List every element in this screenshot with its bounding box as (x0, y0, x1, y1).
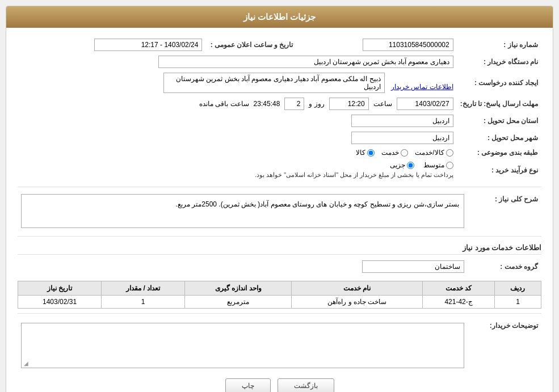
buyer-comments-box[interactable]: ◢ (21, 323, 464, 368)
cell-row: 1 (494, 296, 541, 309)
response-time-label: ساعت (373, 100, 392, 108)
category-khidmat: خدمت (381, 149, 408, 157)
category-kala-khidmat: کالا/خدمت (415, 149, 453, 157)
purchase-jozi-radio[interactable] (407, 162, 414, 169)
need-description-label: شرح کلی نیاز : (468, 192, 541, 230)
category-khidmat-radio[interactable] (401, 149, 408, 157)
col-date: تاریخ نیاز (18, 281, 102, 296)
need-number-label: شماره نیاز : (457, 36, 541, 53)
purchase-motavaset-label: متوسط (423, 161, 444, 169)
category-label: طبقه بندی موضوعی : (457, 146, 541, 159)
cell-unit: مترمربع (185, 296, 292, 309)
services-table: ردیف کد خدمت نام خدمت واحد اندازه گیری ت… (18, 281, 541, 309)
col-name: نام خدمت (292, 281, 423, 296)
cell-date: 1403/02/31 (18, 296, 102, 309)
cell-code: ج-42-421 (423, 296, 495, 309)
cell-name: ساخت جاده و راه‌آهن (292, 296, 423, 309)
category-kala-radio[interactable] (367, 149, 375, 157)
city-value: اردبیل (351, 132, 453, 144)
buyer-org-label: نام دستگاه خریدار : (457, 53, 541, 70)
purchase-note: پرداخت تمام یا بخشی از مبلغ خریدار از مح… (21, 171, 453, 179)
purchase-jozi: جزیی (390, 161, 414, 169)
requester-value: ذبیح اله ملکی معصوم آباد دهیار دهیاری مع… (163, 73, 385, 93)
buttons-row: بازگشت چاپ (18, 378, 541, 392)
category-khidmat-label: خدمت (381, 149, 399, 157)
service-group-value: ساختمان (362, 260, 464, 273)
category-kala: کالا (356, 149, 375, 157)
page-title: جزئیات اطلاعات نیاز (6, 6, 553, 28)
purchase-motavaset-radio[interactable] (446, 162, 453, 169)
service-group-label: گروه خدمت : (468, 258, 541, 275)
print-button[interactable]: چاپ (225, 378, 271, 392)
category-kala-label: کالا (356, 149, 365, 157)
buyer-comments-label: توضیحات خریدار: (468, 318, 541, 370)
province-value: اردبیل (351, 115, 453, 127)
remaining-label: ساعت باقی مانده (199, 100, 249, 108)
city-label: شهر محل تحویل : (457, 129, 541, 146)
col-row: ردیف (494, 281, 541, 296)
table-row: 1ج-42-421ساخت جاده و راه‌آهنمترمربع11403… (18, 296, 541, 309)
need-description: بستر سازی،شن ریزی و تسطیح کوچه و خیابان … (21, 194, 464, 228)
buyer-org-value: دهیاری معصوم آباد بخش ثمرین شهرستان اردب… (158, 56, 453, 68)
response-time: 12:20 (329, 98, 369, 110)
cell-quantity: 1 (102, 296, 185, 309)
remaining-time: 23:45:48 (254, 100, 280, 108)
response-days: 2 (284, 98, 304, 110)
resize-handle: ◢ (24, 360, 28, 366)
purchase-jozi-label: جزیی (390, 161, 405, 169)
announcement-value: 1403/02/24 - 12:17 (94, 39, 202, 51)
services-section-label: اطلاعات خدمات مورد نیاز (18, 243, 541, 255)
col-code: کد خدمت (423, 281, 495, 296)
announcement-label: تاریخ و ساعت اعلان عمومی : (205, 36, 296, 53)
col-unit: واحد اندازه گیری (185, 281, 292, 296)
need-number-value: 1103105845000002 (363, 39, 453, 51)
back-button[interactable]: بازگشت (278, 378, 334, 392)
purchase-type-label: نوع فرآیند خرید : (457, 159, 541, 181)
response-days-label: روز و (309, 100, 324, 108)
requester-label: ایجاد کننده درخواست : (457, 70, 541, 95)
contact-link[interactable]: اطلاعات تماس خریدار (391, 83, 453, 91)
category-kala-khidmat-label: کالا/خدمت (415, 149, 444, 157)
category-kala-khidmat-radio[interactable] (446, 149, 453, 157)
response-date: 1403/02/27 (397, 98, 453, 110)
col-quantity: تعداد / مقدار (102, 281, 185, 296)
province-label: استان محل تحویل : (457, 112, 541, 129)
purchase-motavaset: متوسط (423, 161, 453, 169)
response-deadline-label: مهلت ارسال پاسخ: تا تاریخ: (457, 95, 541, 112)
